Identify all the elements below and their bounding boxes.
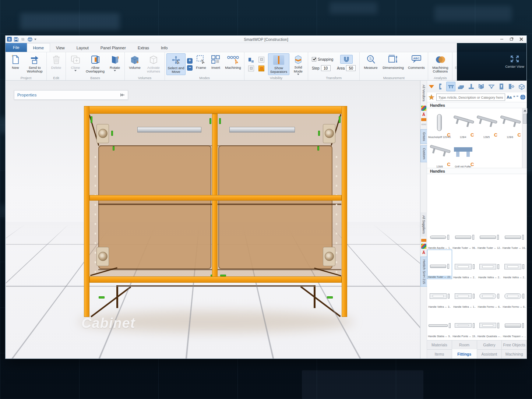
handle-item[interactable]: Handle Veltra ↔ 3.. (427, 279, 452, 308)
title-bar[interactable]: S SmartWOP [Construction] (6, 36, 526, 43)
tab-panel-planner[interactable]: Panel Planner (95, 44, 132, 52)
category-lock-icon[interactable] (497, 82, 506, 91)
featured-handle-item[interactable]: Griff mit Puffer C (451, 138, 475, 168)
handle-item[interactable]: Handle Veltra ↔ 1.. (452, 279, 477, 308)
vendor-tab-custom[interactable]: Custom (420, 145, 427, 162)
handle-item[interactable]: Handle Ponte ↔ 19.. (452, 308, 477, 338)
bottom-tab-items[interactable]: Items (427, 350, 452, 359)
select-and-move-button[interactable]: Select and Move (166, 53, 186, 75)
language-globe-icon[interactable] (520, 94, 526, 100)
properties-panel[interactable]: Properties (14, 90, 128, 100)
measure-button[interactable]: S Measure (361, 53, 380, 75)
dimensioning-button[interactable]: Dimensioning (381, 53, 406, 75)
tab-info[interactable]: Info (155, 44, 173, 52)
bottom-tab-assistant[interactable]: Assistant (477, 350, 502, 359)
new-button[interactable]: New (7, 53, 24, 75)
step-input[interactable] (321, 65, 331, 71)
vendor-logo-icon[interactable] (421, 244, 426, 249)
match-case-button[interactable]: Aa (507, 95, 512, 99)
vendor-tab-all-vendors[interactable]: All Vendors (420, 82, 427, 104)
bottom-tab-room[interactable]: Room (452, 340, 477, 349)
restore-button[interactable] (507, 36, 516, 43)
minimize-button[interactable] (497, 36, 507, 43)
allow-overlapping-button[interactable]: Allow Overlapping (84, 53, 106, 75)
exact-phrase-button[interactable]: “ ” (513, 95, 518, 99)
tab-view[interactable]: View (50, 44, 71, 52)
snap-magnet-button[interactable] (340, 55, 353, 64)
rotate-dropdown-icon[interactable] (114, 70, 116, 71)
favorites-star-icon[interactable]: ★ (428, 93, 435, 101)
featured-scrollbar[interactable] (522, 108, 527, 168)
blum-logo-icon[interactable] (421, 118, 426, 121)
pin-icon[interactable] (120, 93, 125, 97)
featured-handle-item[interactable]: 128/5 C (475, 109, 498, 138)
handle-item[interactable]: Handle Veltra ↔ 2.. (452, 250, 477, 279)
haefele-logo-icon[interactable]: Ä (421, 250, 426, 255)
vendor-logo-icon[interactable]: ooo (421, 123, 426, 127)
rotate-button[interactable]: Rotate (107, 53, 123, 75)
vendor-logo-icon[interactable] (421, 106, 426, 111)
handle-item[interactable]: Handle Tuder ↔ 12.. (477, 220, 502, 250)
chevron-down-icon[interactable] (429, 85, 434, 88)
category-assembly-icon[interactable] (517, 82, 526, 91)
featured-handle-item[interactable]: 128/4 C (451, 109, 475, 138)
category-stay-icon[interactable] (487, 82, 496, 91)
machining-mode-button[interactable]: Machining (223, 53, 243, 75)
haefele-logo-icon[interactable]: Ä (421, 112, 426, 117)
category-drawer-icon[interactable] (457, 82, 465, 91)
handle-item-selected[interactable]: Handle Tuder ↔ 22.. (427, 250, 452, 279)
category-hinge-icon[interactable] (436, 82, 445, 91)
center-view-button[interactable]: Center View (505, 54, 524, 68)
bottom-tab-gallery[interactable]: Gallery (477, 340, 502, 349)
tab-file[interactable]: File (6, 43, 27, 52)
tab-layout[interactable]: Layout (71, 44, 95, 52)
handle-item[interactable]: Handle Veltra ↔ 2.. (477, 250, 502, 279)
visibility-toggle-3-icon[interactable] (248, 66, 254, 71)
show-separators-button[interactable]: Show Separators (268, 53, 289, 75)
featured-handle-item[interactable]: 128/6 C (498, 109, 522, 138)
delete-button[interactable]: Delete (48, 53, 64, 75)
snapping-checkbox-row[interactable]: Snapping (312, 55, 333, 64)
frame-button[interactable]: Frame (194, 53, 208, 75)
category-bracket-icon[interactable] (477, 82, 486, 91)
search-input[interactable] (436, 93, 505, 101)
clone-button[interactable]: Clone (67, 53, 84, 75)
handle-item[interactable]: Handle Fermo ↔ 6.. (477, 279, 502, 308)
handle-item[interactable]: Handle Trapani ↔ .. (502, 308, 527, 338)
supplier-tab-all-suppliers[interactable]: All Suppliers (420, 212, 427, 237)
featured-handle-item[interactable]: Muschelgriff 120/40... C (428, 109, 451, 138)
category-connector-icon[interactable] (507, 82, 516, 91)
vendor-tab-grass[interactable]: Grass (420, 129, 427, 144)
tab-extras[interactable]: Extras (132, 44, 155, 52)
send-to-workshop-button[interactable]: Send to Workshop (25, 53, 45, 75)
scrollbar-thumb[interactable] (523, 114, 527, 124)
handle-item[interactable]: Handle Tuder ↔ 16.. (502, 220, 527, 250)
handle-item[interactable]: Handle Stabia ↔ 9.. (427, 308, 452, 338)
handle-item[interactable]: Handle Quadrata ↔.. (477, 308, 502, 338)
activate-volumes-button[interactable]: Activate volumes (144, 53, 163, 75)
area-input[interactable] (346, 65, 356, 71)
featured-handle-item[interactable]: 128/8 C (428, 138, 451, 168)
visibility-toggle-2-icon[interactable] (258, 57, 264, 63)
category-foot-icon[interactable] (466, 82, 475, 91)
close-button[interactable] (516, 36, 526, 43)
visibility-toggle-4-icon[interactable] (258, 66, 264, 71)
clone-dropdown-icon[interactable] (74, 70, 77, 71)
handle-item[interactable]: Handle Fermo ↔ 6.. (502, 279, 527, 308)
comments-button[interactable]: ABC Comments (406, 53, 426, 75)
bottom-tab-machining[interactable]: Machining (502, 350, 527, 359)
handle-item[interactable]: Handle Tuder ↔ 96.. (452, 220, 477, 250)
category-handle-icon[interactable] (446, 82, 455, 91)
snapping-checkbox[interactable] (312, 57, 316, 61)
cabinet-3d-view[interactable]: Cabinet Properties (6, 81, 420, 359)
solid-mode-dropdown-icon[interactable] (297, 74, 299, 75)
invert-button[interactable]: Invert (209, 53, 223, 75)
bottom-tab-materials[interactable]: Materials (427, 340, 452, 349)
minus-button[interactable]: − (187, 65, 193, 71)
handle-item[interactable]: Handle Veltra ↔ 2.. (502, 250, 527, 279)
bottom-tab-free-objects[interactable]: Free Objects (502, 340, 527, 349)
handle-item[interactable]: Handle Aquilia ↔ 1.. (427, 220, 452, 250)
blum-logo-icon[interactable] (421, 239, 426, 242)
visibility-toggle-panels-icon[interactable] (248, 57, 254, 63)
scroll-up-icon[interactable] (522, 108, 527, 113)
